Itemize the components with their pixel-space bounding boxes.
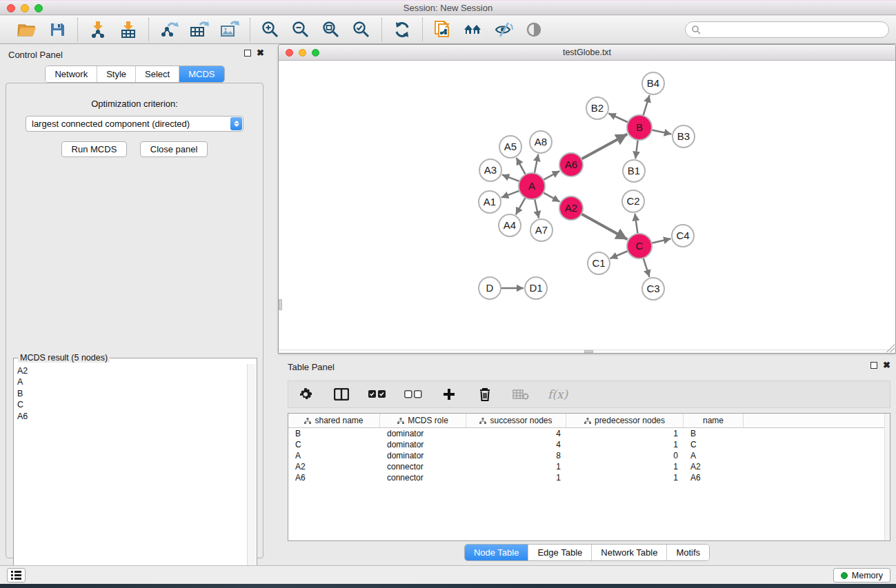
graph-node-B3[interactable]: B3 bbox=[673, 125, 695, 148]
edge-A2-C[interactable] bbox=[581, 214, 628, 239]
export-network-icon[interactable] bbox=[159, 19, 179, 40]
edge-A6-B[interactable] bbox=[581, 134, 628, 159]
edge-B-B2[interactable] bbox=[608, 114, 628, 123]
column-header-successor-nodes[interactable]: successor nodes bbox=[466, 414, 566, 427]
memory-button[interactable]: Memory bbox=[833, 568, 890, 582]
edge-C-C3[interactable] bbox=[644, 258, 650, 277]
mcds-result-item[interactable]: A2 bbox=[17, 365, 247, 376]
node-table[interactable]: shared nameMCDS rolesuccessor nodesprede… bbox=[288, 413, 890, 541]
tab-motifs[interactable]: Motifs bbox=[666, 545, 709, 560]
table-row[interactable]: A6connector11A6 bbox=[288, 472, 890, 483]
column-header-predecessor-nodes[interactable]: predecessor nodes bbox=[566, 414, 684, 427]
task-history-button[interactable] bbox=[7, 568, 26, 582]
column-header-MCDS-role[interactable]: MCDS role bbox=[380, 414, 466, 427]
edge-C-C1[interactable] bbox=[610, 251, 628, 258]
tab-node-table[interactable]: Node Table bbox=[465, 545, 528, 560]
table-vscrollbar[interactable] bbox=[884, 414, 890, 540]
edge-A-A5[interactable] bbox=[517, 158, 526, 174]
hide-selected-icon[interactable] bbox=[493, 19, 514, 40]
graph-node-B[interactable]: B bbox=[627, 115, 652, 140]
edge-B-B1[interactable] bbox=[635, 140, 637, 159]
edge-C-C4[interactable] bbox=[652, 239, 671, 243]
clone-network-icon[interactable] bbox=[432, 19, 453, 40]
network-vscroll-thumb[interactable] bbox=[279, 299, 282, 310]
table-settings-gear-icon[interactable] bbox=[297, 385, 315, 403]
show-column-icon[interactable] bbox=[332, 385, 350, 403]
open-session-icon[interactable] bbox=[17, 19, 37, 40]
criterion-dropdown[interactable]: largest connected component (directed) bbox=[26, 116, 243, 132]
graph-node-A6[interactable]: A6 bbox=[559, 153, 583, 176]
mcds-result-item[interactable]: C bbox=[17, 399, 247, 410]
table-row[interactable]: Cdominator41C bbox=[288, 439, 890, 450]
graph-node-C1[interactable]: C1 bbox=[588, 252, 610, 274]
add-column-icon[interactable] bbox=[440, 385, 458, 403]
edge-B-B3[interactable] bbox=[652, 130, 672, 134]
edge-B-B4[interactable] bbox=[643, 95, 649, 116]
select-all-icon[interactable] bbox=[368, 385, 386, 403]
export-image-icon[interactable] bbox=[219, 19, 240, 40]
zoom-selected-icon[interactable] bbox=[351, 19, 372, 40]
graph-node-A4[interactable]: A4 bbox=[499, 214, 521, 236]
import-network-icon[interactable] bbox=[88, 19, 108, 40]
tab-edge-table[interactable]: Edge Table bbox=[528, 545, 591, 560]
table-row[interactable]: A2connector11A2 bbox=[288, 461, 890, 472]
export-table-icon[interactable] bbox=[189, 19, 210, 40]
edge-A-A2[interactable] bbox=[544, 192, 560, 201]
graph-node-C2[interactable]: C2 bbox=[622, 190, 644, 212]
edge-A-A8[interactable] bbox=[535, 154, 539, 174]
import-table-icon[interactable] bbox=[118, 19, 139, 40]
graph-node-D[interactable]: D bbox=[479, 277, 501, 299]
edge-C-C2[interactable] bbox=[635, 214, 637, 234]
table-close-panel-icon[interactable]: ✖ bbox=[883, 362, 890, 369]
tab-network[interactable]: Network bbox=[46, 66, 97, 82]
graph-node-A[interactable]: A bbox=[519, 173, 545, 199]
column-header-shared-name[interactable]: shared name bbox=[288, 414, 380, 427]
table-row[interactable]: Bdominator41B bbox=[288, 428, 890, 439]
graph-node-C[interactable]: C bbox=[627, 234, 652, 258]
graph-node-A5[interactable]: A5 bbox=[499, 136, 521, 158]
save-session-icon[interactable] bbox=[47, 19, 68, 40]
mcds-result-item[interactable]: A6 bbox=[17, 411, 247, 422]
graph-node-A7[interactable]: A7 bbox=[530, 219, 552, 241]
graph-node-A2[interactable]: A2 bbox=[559, 196, 583, 220]
float-panel-icon[interactable] bbox=[244, 50, 251, 57]
search-field[interactable] bbox=[685, 21, 889, 38]
graph-node-C4[interactable]: C4 bbox=[672, 225, 694, 247]
mcds-result-item[interactable]: B bbox=[17, 388, 247, 399]
close-panel-icon[interactable]: ✖ bbox=[257, 50, 264, 57]
edge-A-A1[interactable] bbox=[501, 191, 519, 198]
graph-node-C3[interactable]: C3 bbox=[642, 278, 664, 300]
run-mcds-button[interactable]: Run MCDS bbox=[61, 141, 128, 157]
tab-select[interactable]: Select bbox=[135, 66, 179, 82]
deselect-all-icon[interactable] bbox=[404, 385, 422, 403]
network-canvas[interactable]: B4B2BB3B1A5A8A3A6AA1A2A4A7C2CC4C1C3DD1 bbox=[279, 61, 895, 353]
show-graphics-details-icon[interactable] bbox=[524, 19, 544, 40]
table-row[interactable]: Adominator80A bbox=[288, 450, 890, 461]
tab-network-table[interactable]: Network Table bbox=[591, 545, 666, 560]
close-panel-button[interactable]: Close panel bbox=[140, 141, 208, 157]
graph-node-A8[interactable]: A8 bbox=[530, 131, 552, 153]
mcds-result-scrollbar[interactable] bbox=[247, 364, 256, 588]
edge-A-A4[interactable] bbox=[516, 198, 526, 215]
refresh-view-icon[interactable] bbox=[392, 19, 412, 40]
column-header-name[interactable]: name bbox=[684, 414, 744, 427]
graph-node-B4[interactable]: B4 bbox=[642, 72, 664, 94]
delete-column-icon[interactable] bbox=[476, 385, 494, 403]
graph-node-A3[interactable]: A3 bbox=[479, 159, 501, 181]
zoom-out-icon[interactable] bbox=[290, 19, 311, 40]
tab-style[interactable]: Style bbox=[97, 66, 135, 82]
graph-node-B2[interactable]: B2 bbox=[586, 97, 608, 119]
edge-A-A3[interactable] bbox=[502, 174, 519, 181]
tab-mcds[interactable]: MCDS bbox=[179, 66, 223, 82]
show-all-networks-icon[interactable] bbox=[463, 19, 484, 40]
zoom-in-icon[interactable] bbox=[260, 19, 281, 40]
mcds-result-item[interactable]: A bbox=[17, 376, 247, 387]
zoom-fit-icon[interactable] bbox=[321, 19, 341, 40]
edge-A-A6[interactable] bbox=[544, 171, 560, 180]
search-input[interactable] bbox=[701, 23, 888, 36]
graph-node-B1[interactable]: B1 bbox=[623, 160, 645, 182]
graph-node-A1[interactable]: A1 bbox=[479, 191, 501, 213]
mcds-result-list[interactable]: A2ABCA6 bbox=[14, 364, 247, 588]
network-hscrollbar[interactable] bbox=[279, 349, 895, 353]
window-resize-handle[interactable] bbox=[886, 344, 895, 352]
